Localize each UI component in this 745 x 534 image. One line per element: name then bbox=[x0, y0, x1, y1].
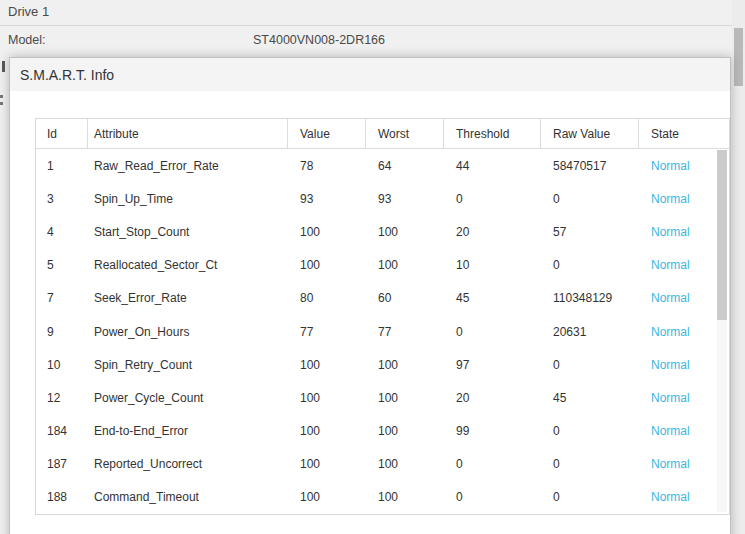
cell-state: Normal bbox=[639, 348, 729, 381]
cell-raw: 0 bbox=[541, 348, 639, 381]
cell-worst: 100 bbox=[366, 448, 444, 481]
table-scrollbar-thumb[interactable] bbox=[717, 150, 727, 320]
cell-threshold: 20 bbox=[444, 381, 541, 414]
cell-worst: 100 bbox=[366, 415, 444, 448]
cell-raw: 45 bbox=[541, 381, 639, 414]
cell-value: 78 bbox=[288, 149, 366, 182]
cell-raw: 0 bbox=[541, 182, 639, 215]
cell-state: Normal bbox=[639, 448, 729, 481]
column-header-id[interactable]: Id bbox=[36, 119, 88, 149]
column-header-attribute[interactable]: Attribute bbox=[88, 119, 288, 149]
cell-threshold: 10 bbox=[444, 249, 541, 282]
cell-attribute: Seek_Error_Rate bbox=[88, 282, 288, 315]
cell-threshold: 45 bbox=[444, 282, 541, 315]
cell-state: Normal bbox=[639, 282, 729, 315]
table-row[interactable]: 3Spin_Up_Time939300Normal bbox=[36, 182, 729, 215]
table-row[interactable]: 12Power_Cycle_Count1001002045Normal bbox=[36, 381, 729, 414]
cell-attribute: Power_On_Hours bbox=[88, 315, 288, 348]
table-row[interactable]: 1Raw_Read_Error_Rate78644458470517Normal bbox=[36, 149, 729, 182]
table-row[interactable]: 10Spin_Retry_Count100100970Normal bbox=[36, 348, 729, 381]
cell-threshold: 0 bbox=[444, 315, 541, 348]
cell-raw: 58470517 bbox=[541, 149, 639, 182]
cell-state: Normal bbox=[639, 149, 729, 182]
cell-id: 5 bbox=[36, 249, 88, 282]
table-row[interactable]: 184End-to-End_Error100100990Normal bbox=[36, 415, 729, 448]
cell-id: 4 bbox=[36, 215, 88, 248]
cell-worst: 100 bbox=[366, 348, 444, 381]
cell-worst: 64 bbox=[366, 149, 444, 182]
page-scrollbar[interactable] bbox=[732, 0, 745, 534]
cell-raw: 0 bbox=[541, 448, 639, 481]
table-row[interactable]: 7Seek_Error_Rate806045110348129Normal bbox=[36, 282, 729, 315]
table-row[interactable]: 4Start_Stop_Count1001002057Normal bbox=[36, 215, 729, 248]
table-row[interactable]: 9Power_On_Hours7777020631Normal bbox=[36, 315, 729, 348]
table-body: 1Raw_Read_Error_Rate78644458470517Normal… bbox=[36, 149, 729, 514]
page-scrollbar-thumb[interactable] bbox=[734, 28, 743, 86]
cell-value: 93 bbox=[288, 182, 366, 215]
cell-id: 12 bbox=[36, 381, 88, 414]
cell-threshold: 97 bbox=[444, 348, 541, 381]
cell-threshold: 20 bbox=[444, 215, 541, 248]
cell-worst: 60 bbox=[366, 282, 444, 315]
cell-attribute: Start_Stop_Count bbox=[88, 215, 288, 248]
cell-id: 184 bbox=[36, 415, 88, 448]
cell-threshold: 44 bbox=[444, 149, 541, 182]
cell-attribute: Reallocated_Sector_Ct bbox=[88, 249, 288, 282]
cell-worst: 100 bbox=[366, 481, 444, 514]
table-scrollbar[interactable] bbox=[717, 150, 727, 512]
column-header-state[interactable]: State bbox=[639, 119, 729, 149]
cell-threshold: 0 bbox=[444, 448, 541, 481]
cell-attribute: Reported_Uncorrect bbox=[88, 448, 288, 481]
cell-state: Normal bbox=[639, 182, 729, 215]
cell-worst: 77 bbox=[366, 315, 444, 348]
cell-attribute: Power_Cycle_Count bbox=[88, 381, 288, 414]
cell-state: Normal bbox=[639, 315, 729, 348]
cell-threshold: 0 bbox=[444, 481, 541, 514]
cell-worst: 100 bbox=[366, 381, 444, 414]
cell-id: 9 bbox=[36, 315, 88, 348]
cell-threshold: 0 bbox=[444, 182, 541, 215]
cell-worst: 93 bbox=[366, 182, 444, 215]
column-header-worst[interactable]: Worst bbox=[366, 119, 444, 149]
cell-threshold: 99 bbox=[444, 415, 541, 448]
cell-attribute: Spin_Up_Time bbox=[88, 182, 288, 215]
cell-value: 100 bbox=[288, 415, 366, 448]
cell-value: 100 bbox=[288, 381, 366, 414]
cell-value: 100 bbox=[288, 249, 366, 282]
cell-state: Normal bbox=[639, 215, 729, 248]
cell-raw: 57 bbox=[541, 215, 639, 248]
cell-state: Normal bbox=[639, 381, 729, 414]
table-header-row: IdAttributeValueWorstThresholdRaw ValueS… bbox=[36, 119, 729, 149]
smart-info-dialog: S.M.A.R.T. Info IdAttributeValueWorstThr… bbox=[9, 57, 731, 534]
cell-state: Normal bbox=[639, 249, 729, 282]
table-row[interactable]: 187Reported_Uncorrect10010000Normal bbox=[36, 448, 729, 481]
background-text-fragment bbox=[2, 61, 5, 72]
background-text-fragment bbox=[0, 95, 3, 98]
table-row[interactable]: 188Command_Timeout10010000Normal bbox=[36, 481, 729, 514]
section-divider bbox=[0, 25, 745, 26]
cell-raw: 20631 bbox=[541, 315, 639, 348]
cell-raw: 0 bbox=[541, 249, 639, 282]
dialog-title: S.M.A.R.T. Info bbox=[20, 67, 114, 83]
cell-id: 7 bbox=[36, 282, 88, 315]
cell-attribute: Command_Timeout bbox=[88, 481, 288, 514]
cell-state: Normal bbox=[639, 415, 729, 448]
cell-value: 100 bbox=[288, 215, 366, 248]
cell-value: 100 bbox=[288, 448, 366, 481]
cell-raw: 110348129 bbox=[541, 282, 639, 315]
column-header-threshold[interactable]: Threshold bbox=[444, 119, 541, 149]
cell-raw: 0 bbox=[541, 415, 639, 448]
table-row[interactable]: 5Reallocated_Sector_Ct100100100Normal bbox=[36, 249, 729, 282]
cell-id: 10 bbox=[36, 348, 88, 381]
column-header-raw[interactable]: Raw Value bbox=[541, 119, 639, 149]
model-label: Model: bbox=[8, 33, 46, 47]
cell-value: 80 bbox=[288, 282, 366, 315]
cell-worst: 100 bbox=[366, 215, 444, 248]
smart-attributes-table: IdAttributeValueWorstThresholdRaw ValueS… bbox=[35, 118, 730, 515]
cell-id: 1 bbox=[36, 149, 88, 182]
cell-attribute: Spin_Retry_Count bbox=[88, 348, 288, 381]
cell-state: Normal bbox=[639, 481, 729, 514]
screen: Drive 1 Model: ST4000VN008-2DR166 S.M.A.… bbox=[0, 0, 745, 534]
column-header-value[interactable]: Value bbox=[288, 119, 366, 149]
dialog-header[interactable]: S.M.A.R.T. Info bbox=[10, 58, 730, 91]
